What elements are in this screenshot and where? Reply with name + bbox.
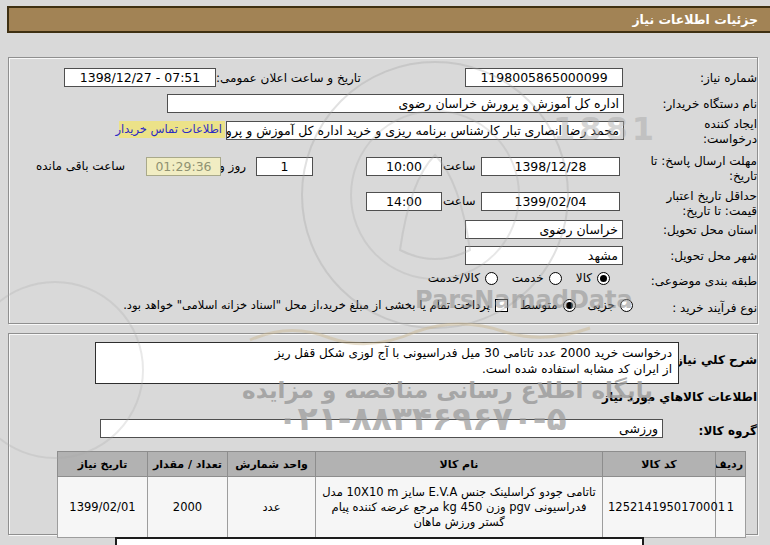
goods-section-title: اطلاعات کالاهاي مورد نیاز <box>602 390 757 404</box>
cell-item-name: تاتامی جودو کراسلینک جنس E.V.A سایز 10X1… <box>316 477 603 538</box>
price-validity-time-field[interactable]: 14:00 <box>366 192 442 211</box>
header-need-date: تاریخ نیاز <box>58 452 148 477</box>
header-item-name: نام کالا <box>316 452 603 477</box>
radio-selected-icon[interactable] <box>563 299 576 312</box>
price-validity-date-field[interactable]: 1399/02/04 <box>481 192 620 211</box>
option-label: کالا/خدمت <box>428 271 480 285</box>
cell-unit: عدد <box>228 477 316 538</box>
option-label: جزیی <box>588 298 615 312</box>
option-label: خدمت <box>512 271 544 285</box>
reply-deadline-date-field[interactable]: 1398/12/28 <box>481 157 620 176</box>
announce-datetime-label: تاریخ و ساعت اعلان عمومی: <box>216 71 382 85</box>
cell-item-code: 1252141950170001 <box>603 477 716 538</box>
classification-option-goods[interactable]: کالا <box>576 271 610 285</box>
reply-deadline-hour-label: ساعت <box>443 159 476 173</box>
process-option-medium[interactable]: متوسط <box>520 298 576 312</box>
price-validity-hour-label: ساعت <box>443 194 476 208</box>
classification-label: طبقه بندی موضوعی: <box>651 274 757 288</box>
classification-option-goods-service[interactable]: کالا/خدمت <box>428 271 498 285</box>
need-details-page: جزئیات اطلاعات نیاز شماره نیاز: 11980058… <box>0 0 770 545</box>
checkbox-label: پرداخت تمام یا بخشی از مبلغ خرید،از محل … <box>123 298 490 312</box>
page-title: جزئیات اطلاعات نیاز <box>7 6 770 33</box>
option-label: کالا <box>576 271 592 285</box>
delivery-city-label: شهر محل تحویل: <box>670 249 757 263</box>
days-remaining-field: 1 <box>256 157 313 176</box>
cell-need-date: 1399/02/01 <box>58 477 148 538</box>
description-label: شرح کلي نیاز: <box>671 353 757 367</box>
radio-icon[interactable] <box>549 272 562 285</box>
purchase-process-options: جزیی متوسط پرداخت تمام یا بخشی از مبلغ خ… <box>123 298 633 312</box>
buyer-org-label: نام دستگاه خریدار: <box>663 97 758 111</box>
purchase-process-label: نوع فرآیند خرید : <box>672 301 757 315</box>
goods-group-field[interactable]: ورزشی <box>100 419 663 438</box>
option-label: متوسط <box>520 298 558 312</box>
goods-table-header-row: ردیف کد کالا نام کالا واحد شمارش تعداد /… <box>58 452 746 477</box>
countdown-timer: 01:29:36 <box>146 157 221 176</box>
description-textarea[interactable]: درخواست خرید 2000 عدد تاتامی 30 میل فدرا… <box>95 342 679 384</box>
goods-group-label: گروه کالا: <box>699 424 757 438</box>
days-suffix-label: روز و <box>219 159 246 173</box>
cell-quantity: 2000 <box>148 477 228 538</box>
delivery-city-field[interactable]: مشهد <box>465 246 623 265</box>
radio-selected-icon[interactable] <box>597 272 610 285</box>
price-validity-label: حداقل تاریخ اعتبار قیمت: تا تاریخ: <box>637 189 757 219</box>
checkbox-icon[interactable] <box>495 299 508 312</box>
countdown-suffix-label: ساعت باقی مانده <box>36 159 125 173</box>
classification-options: کالا خدمت کالا/خدمت <box>428 271 610 285</box>
bottom-cutoff-box <box>115 537 644 545</box>
goods-table-row: 1 1252141950170001 تاتامی جودو کراسلینک … <box>58 477 746 538</box>
creator-label: ایجاد کننده درخواست: <box>667 117 757 147</box>
announce-datetime-field[interactable]: 1398/12/27 - 07:51 <box>64 68 216 87</box>
header-quantity: تعداد / مقدار <box>148 452 228 477</box>
creator-field[interactable]: محمد رضا انصاری تبار کارشناس برنامه ریزی… <box>226 121 624 140</box>
classification-option-service[interactable]: خدمت <box>512 271 562 285</box>
process-option-minor[interactable]: جزیی <box>588 298 633 312</box>
buyer-org-field[interactable]: اداره کل آموزش و پرورش خراسان رضوی <box>167 94 624 113</box>
reply-deadline-time-field[interactable]: 10:00 <box>366 157 442 176</box>
need-number-label: شماره نیاز: <box>700 71 757 85</box>
radio-icon[interactable] <box>485 272 498 285</box>
goods-table: ردیف کد کالا نام کالا واحد شمارش تعداد /… <box>57 451 746 538</box>
header-item-code: کد کالا <box>603 452 716 477</box>
radio-icon[interactable] <box>620 299 633 312</box>
need-number-field[interactable]: 1198005865000099 <box>465 68 623 87</box>
delivery-province-field[interactable]: خراسان رضوی <box>465 220 623 239</box>
delivery-province-label: استان محل تحویل: <box>663 223 757 237</box>
buyer-contact-link[interactable]: اطلاعات تماس خریدار <box>119 121 225 138</box>
reply-deadline-label: مهلت ارسال پاسخ: تا تاریخ: <box>647 154 757 184</box>
treasury-docs-option[interactable]: پرداخت تمام یا بخشی از مبلغ خرید،از محل … <box>123 298 508 312</box>
header-unit: واحد شمارش <box>228 452 316 477</box>
header-row-number: ردیف <box>716 452 746 477</box>
